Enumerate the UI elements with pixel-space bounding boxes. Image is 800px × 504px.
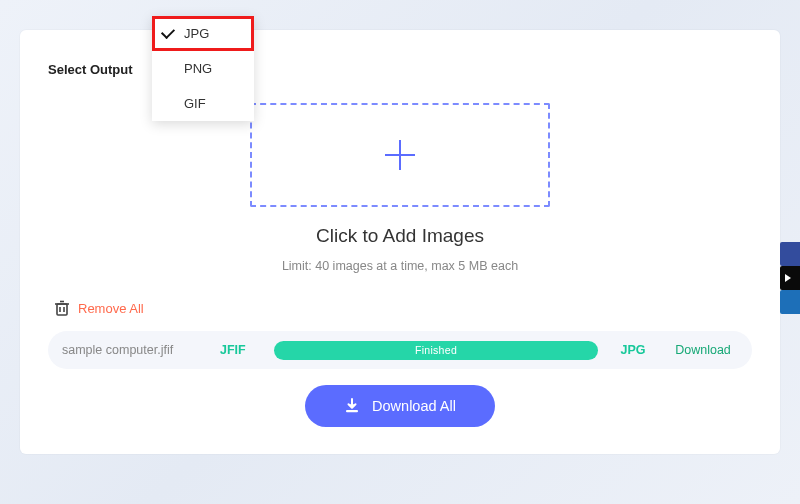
trash-icon bbox=[54, 299, 70, 317]
svg-rect-2 bbox=[57, 304, 67, 315]
converter-card: Select Output Click to Add Images Limit:… bbox=[20, 30, 780, 454]
file-row: sample computer.jfif JFIF Finished JPG D… bbox=[48, 331, 752, 369]
progress-label: Finished bbox=[415, 344, 457, 356]
target-format: JPG bbox=[616, 343, 650, 357]
add-images-dropzone[interactable] bbox=[250, 103, 550, 207]
limit-text: Limit: 40 images at a time, max 5 MB eac… bbox=[48, 259, 752, 273]
output-format-dropdown: JPG PNG GIF bbox=[152, 16, 254, 121]
add-images-heading: Click to Add Images bbox=[48, 225, 752, 247]
download-all-button[interactable]: Download All bbox=[305, 385, 495, 427]
source-format: JFIF bbox=[220, 343, 256, 357]
download-button[interactable]: Download bbox=[668, 343, 738, 357]
file-name: sample computer.jfif bbox=[62, 343, 202, 357]
progress-bar: Finished bbox=[274, 341, 598, 360]
download-icon bbox=[344, 398, 360, 414]
share-tab-facebook[interactable] bbox=[780, 242, 800, 266]
dropdown-option-gif[interactable]: GIF bbox=[152, 86, 254, 121]
dropdown-option-jpg[interactable]: JPG bbox=[152, 16, 254, 51]
remove-all-label: Remove All bbox=[78, 301, 144, 316]
share-tab-x[interactable] bbox=[780, 266, 800, 290]
social-share-tabs bbox=[780, 242, 800, 314]
plus-icon bbox=[379, 134, 421, 176]
dropdown-option-png[interactable]: PNG bbox=[152, 51, 254, 86]
remove-all-button[interactable]: Remove All bbox=[54, 299, 752, 317]
dropzone-caption: Click to Add Images Limit: 40 images at … bbox=[48, 225, 752, 273]
download-all-label: Download All bbox=[372, 398, 456, 414]
share-tab-linkedin[interactable] bbox=[780, 290, 800, 314]
svg-rect-7 bbox=[346, 410, 358, 412]
